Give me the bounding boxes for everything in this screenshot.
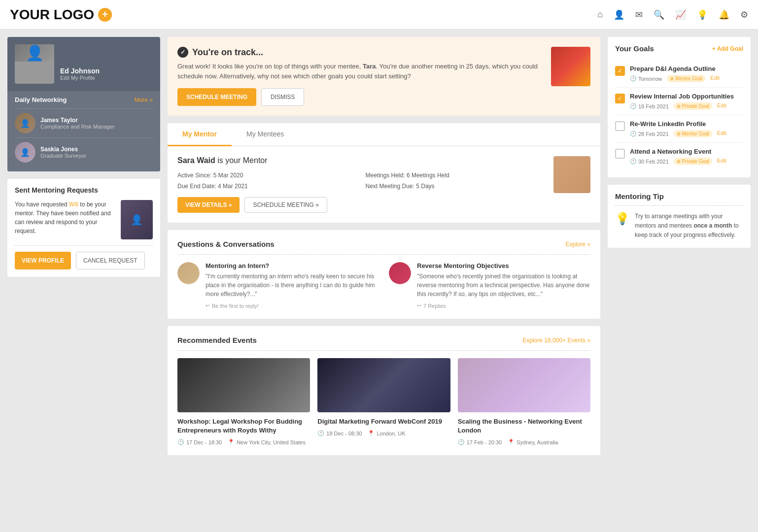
clock-small-icon-4: 🕐 xyxy=(630,158,637,165)
event-date-2: 🕐 18 Dec - 08:30 xyxy=(317,430,362,436)
explore-events-link[interactable]: Explore 18,000+ Events » xyxy=(522,337,590,344)
mentor-actions: VIEW DETAILS » SCHEDULE MEETING » xyxy=(177,197,544,213)
tip-title: Mentoring Tip xyxy=(615,192,743,206)
goal-checkbox-1[interactable]: ✓ xyxy=(615,66,625,76)
question-title-1[interactable]: Mentoring an Intern? xyxy=(206,262,379,269)
settings-icon[interactable]: ⚙ xyxy=(740,9,748,20)
daily-networking-more[interactable]: More » xyxy=(135,97,153,103)
questions-title: Questions & Conversations xyxy=(177,240,275,248)
mentor-section: My Mentor My Mentees Sara Waid is your M… xyxy=(168,123,600,223)
bulb-icon[interactable]: 💡 xyxy=(697,9,708,20)
reply-icon: ↩ xyxy=(206,302,210,309)
location-icon-2: 📍 xyxy=(368,430,375,436)
on-track-title: ✓ You're on track... xyxy=(177,47,544,58)
explore-questions-link[interactable]: Explore » xyxy=(565,241,590,248)
on-track-photo xyxy=(551,47,590,86)
on-track-text: Great work! It looks like you're on top … xyxy=(177,62,544,81)
edit-profile-link[interactable]: Edit My Profile xyxy=(60,75,100,81)
clock-icon-2: 🕐 xyxy=(317,430,324,436)
trending-icon[interactable]: 📈 xyxy=(675,9,686,20)
view-profile-button[interactable]: VIEW PROFILE xyxy=(15,252,71,269)
mentor-info-row: Sara Waid is your Mentor Active Since: 5… xyxy=(177,156,590,213)
events-divider xyxy=(177,350,590,351)
goal-type-1: ⊕ Mentor Goal xyxy=(667,75,705,82)
list-item: ✓ Review Internal Job Opportunities 🕐 18… xyxy=(615,88,743,115)
event-title-2[interactable]: Digital Marketing Forward WebConf 2019 xyxy=(317,417,450,426)
tab-my-mentor[interactable]: My Mentor xyxy=(168,123,232,146)
header-icons: ⌂ 👤 ✉ 🔍 📈 💡 🔔 ⚙ xyxy=(597,9,748,20)
add-goal-button[interactable]: + Add Goal xyxy=(712,45,743,52)
event-meta-3: 🕐 17 Feb - 20:30 📍 Sydney, Australia xyxy=(458,439,590,445)
mentoring-requests-title: Sent Mentoring Requests xyxy=(15,186,153,194)
on-track-banner: ✓ You're on track... Great work! It look… xyxy=(168,37,600,116)
view-details-button[interactable]: VIEW DETAILS » xyxy=(177,197,240,213)
daily-networking-title: Daily Networking xyxy=(15,96,67,103)
goals-panel: Your Goals + Add Goal ✓ Prepare D&I Agen… xyxy=(608,37,751,177)
event-image-2 xyxy=(317,358,450,412)
goal-meta-3: 🕐 28 Feb 2021 ⊕ Mentor Goal Edit xyxy=(630,130,743,137)
tabs: My Mentor My Mentees xyxy=(168,123,600,146)
goal-edit-1[interactable]: Edit xyxy=(710,75,720,82)
clock-icon: 🕐 xyxy=(177,439,184,445)
events-header: Recommended Events Explore 18,000+ Event… xyxy=(177,336,590,344)
goal-checkbox-3[interactable] xyxy=(615,121,625,131)
home-icon[interactable]: ⌂ xyxy=(597,9,603,20)
clock-small-icon: 🕐 xyxy=(630,75,637,82)
goal-checkbox-4[interactable] xyxy=(615,149,625,159)
profile-card: 👤 Ed Johnson Edit My Profile Daily Netwo… xyxy=(7,37,160,171)
person-icon[interactable]: 👤 xyxy=(614,9,624,20)
bell-icon[interactable]: 🔔 xyxy=(719,9,729,20)
schedule-meeting-button[interactable]: SCHEDULE MEETING xyxy=(177,88,256,106)
logo-text: YOUR LOGO xyxy=(10,7,94,23)
goal-type-4: ⊕ Private Goal xyxy=(674,158,712,165)
question-content-2: Reverse Mentoring Objectives "Someone wh… xyxy=(417,262,590,309)
next-meeting-due: Next Meeting Due: 5 Days xyxy=(366,183,544,190)
dismiss-button[interactable]: DISMISS xyxy=(261,88,304,106)
event-title-3[interactable]: Scaling the Business - Networking Event … xyxy=(458,417,590,435)
list-item: 👤 James Taylor Compliance and Risk Manag… xyxy=(15,108,153,137)
cancel-request-button[interactable]: CANCEL REQUEST xyxy=(76,252,145,269)
due-end-date: Due End Date: 4 Mar 2021 xyxy=(177,183,356,190)
request-actions: VIEW PROFILE CANCEL REQUEST xyxy=(15,252,153,269)
tab-my-mentees[interactable]: My Mentees xyxy=(232,123,299,146)
list-item: Digital Marketing Forward WebConf 2019 🕐… xyxy=(317,358,450,445)
search-icon[interactable]: 🔍 xyxy=(654,9,664,20)
request-text: You have requested Will to be your mento… xyxy=(15,200,115,235)
mail-icon[interactable]: ✉ xyxy=(635,9,643,20)
on-track-actions: SCHEDULE MEETING DISMISS xyxy=(177,88,544,106)
goal-content-1: Prepare D&I Agenda Outline 🕐 Tomorrow ⊕ … xyxy=(630,65,743,82)
plus-circle-icon: ⊕ xyxy=(670,76,674,81)
question-avatar-2 xyxy=(389,262,411,284)
mentoring-requests-card: Sent Mentoring Requests You have request… xyxy=(7,179,160,277)
on-track-content: ✓ You're on track... Great work! It look… xyxy=(177,47,544,106)
questions-grid: Mentoring an Intern? "I'm currently ment… xyxy=(177,262,590,309)
list-item: Attend a Networking Event 🕐 30 Feb 2021 … xyxy=(615,143,743,170)
goal-edit-4[interactable]: Edit xyxy=(717,158,726,165)
clock-small-icon-2: 🕐 xyxy=(630,103,637,109)
location-icon-3: 📍 xyxy=(508,439,515,445)
event-date-1: 🕐 17 Dec - 18:30 xyxy=(177,439,222,445)
event-image-3 xyxy=(458,358,590,412)
question-content-1: Mentoring an Intern? "I'm currently ment… xyxy=(206,262,379,309)
goal-type-3: ⊕ Mentor Goal xyxy=(674,130,712,137)
schedule-meeting-sm-button[interactable]: SCHEDULE MEETING » xyxy=(244,197,327,213)
event-location-2: 📍 London, UK xyxy=(368,430,405,436)
goal-content-3: Re-Write LinkedIn Profile 🕐 28 Feb 2021 … xyxy=(630,120,743,137)
meetings-held: Meetings Held: 6 Meetings Held xyxy=(366,172,544,179)
event-meta-1: 🕐 17 Dec - 18:30 📍 New York City, United… xyxy=(177,439,310,445)
center-panel: ✓ You're on track... Great work! It look… xyxy=(168,37,600,455)
goal-date-1: 🕐 Tomorrow xyxy=(630,75,662,82)
will-link[interactable]: Will xyxy=(69,201,78,208)
james-avatar: 👤 xyxy=(15,113,35,133)
logo-plus-icon[interactable]: + xyxy=(98,8,112,22)
question-title-2[interactable]: Reverse Mentoring Objectives xyxy=(417,262,590,269)
goals-title: Your Goals xyxy=(615,44,654,53)
event-title-1[interactable]: Workshop: Legal Workshop For Budding Ent… xyxy=(177,417,310,435)
goal-content-2: Review Internal Job Opportunities 🕐 18 F… xyxy=(630,93,743,110)
goal-edit-2[interactable]: Edit xyxy=(717,102,726,110)
goal-edit-3[interactable]: Edit xyxy=(717,130,726,137)
mentor-details: Sara Waid is your Mentor Active Since: 5… xyxy=(177,156,544,213)
main-layout: 👤 Ed Johnson Edit My Profile Daily Netwo… xyxy=(0,30,758,463)
goal-checkbox-2[interactable]: ✓ xyxy=(615,94,625,103)
questions-header: Questions & Conversations Explore » xyxy=(177,240,590,248)
